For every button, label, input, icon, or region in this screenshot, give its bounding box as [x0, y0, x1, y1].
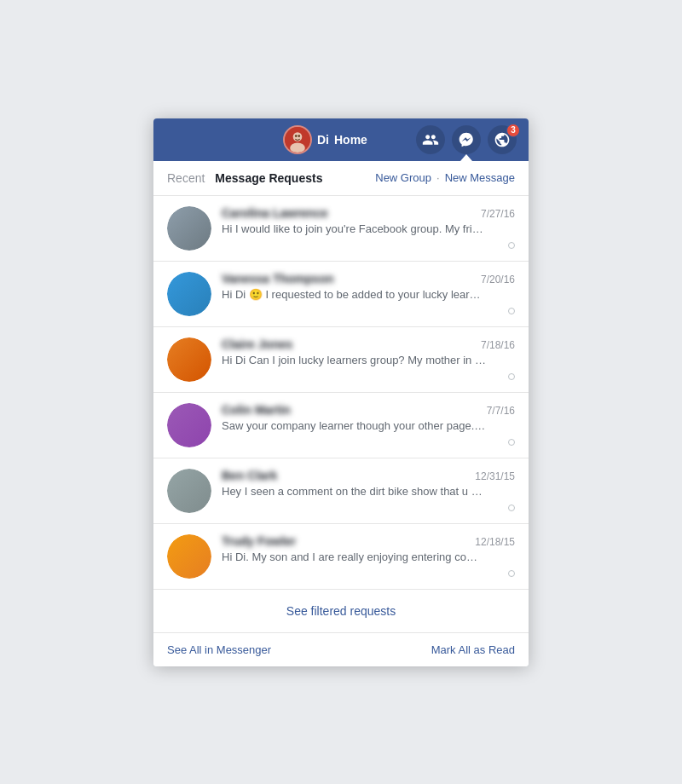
user-name-label: Di	[317, 133, 329, 147]
message-sender: Claire Jones	[222, 337, 292, 351]
message-avatar	[167, 337, 211, 382]
message-preview: Hi I would like to join you're Facebook …	[222, 222, 486, 235]
panel-header: Recent Message Requests New Group · New …	[153, 161, 529, 196]
user-avatar[interactable]	[283, 125, 312, 154]
svg-point-3	[295, 135, 298, 137]
message-sender: Colin Martin	[222, 403, 291, 417]
messenger-panel: Di Home 3 Recent Message Requests	[153, 118, 529, 666]
dropdown-caret	[460, 154, 472, 161]
message-sender: Vanessa Thompson	[222, 272, 333, 285]
recent-tab[interactable]: Recent	[167, 171, 205, 185]
messenger-icon-button[interactable]	[452, 125, 481, 154]
message-sender: Trudy Fowler	[222, 534, 296, 548]
message-item[interactable]: Vanessa Thompson 7/20/16 Hi Di 🙂 I reque…	[153, 262, 529, 327]
message-requests-tab[interactable]: Message Requests	[215, 171, 322, 185]
message-avatar	[167, 534, 211, 579]
svg-point-2	[290, 142, 305, 153]
message-item[interactable]: Ben Clark 12/31/15 Hey I seen a comment …	[153, 458, 529, 524]
message-content: Ben Clark 12/31/15 Hey I seen a comment …	[222, 469, 515, 498]
facebook-navbar: Di Home 3	[153, 118, 529, 161]
message-sender: Carolina Lawrence	[222, 206, 328, 220]
message-status-dot	[508, 570, 515, 577]
message-status-dot	[508, 308, 515, 314]
panel-footer: See All in Messenger Mark All as Read	[153, 633, 529, 666]
message-date: 12/18/15	[475, 536, 515, 548]
message-content: Vanessa Thompson 7/20/16 Hi Di 🙂 I reque…	[222, 272, 515, 301]
message-top-row: Claire Jones 7/18/16	[222, 337, 515, 351]
notifications-icon-button[interactable]: 3	[488, 125, 517, 154]
message-item[interactable]: Claire Jones 7/18/16 Hi Di Can I join lu…	[153, 327, 529, 393]
svg-point-4	[298, 135, 300, 137]
message-preview: Saw your company learner though your oth…	[222, 419, 486, 432]
friends-icon-button[interactable]	[416, 125, 445, 154]
notification-badge: 3	[506, 124, 520, 137]
message-content: Claire Jones 7/18/16 Hi Di Can I join lu…	[222, 337, 515, 366]
message-content: Carolina Lawrence 7/27/16 Hi I would lik…	[222, 206, 515, 235]
new-message-link[interactable]: New Message	[445, 171, 515, 184]
see-all-in-messenger-link[interactable]: See All in Messenger	[167, 643, 271, 656]
message-content: Colin Martin 7/7/16 Saw your company lea…	[222, 403, 515, 432]
message-list: Carolina Lawrence 7/27/16 Hi I would lik…	[153, 196, 529, 590]
action-separator: ·	[436, 171, 440, 184]
message-avatar	[167, 206, 211, 251]
message-top-row: Ben Clark 12/31/15	[222, 469, 515, 482]
filtered-requests-section: See filtered requests	[153, 590, 529, 633]
panel-actions: New Group · New Message	[375, 171, 515, 184]
message-top-row: Trudy Fowler 12/18/15	[222, 534, 515, 548]
message-date: 7/7/16	[487, 405, 515, 417]
message-preview: Hi Di. My son and I are really enjoying …	[222, 551, 486, 563]
message-date: 7/27/16	[481, 208, 515, 220]
message-item[interactable]: Trudy Fowler 12/18/15 Hi Di. My son and …	[153, 524, 529, 590]
message-sender: Ben Clark	[222, 469, 277, 482]
message-date: 7/18/16	[481, 339, 515, 351]
message-preview: Hi Di 🙂 I requested to be added to your …	[222, 288, 486, 301]
message-content: Trudy Fowler 12/18/15 Hi Di. My son and …	[222, 534, 515, 563]
message-status-dot	[508, 373, 515, 380]
message-date: 7/20/16	[481, 274, 515, 285]
user-info: Di Home	[164, 125, 378, 154]
message-top-row: Colin Martin 7/7/16	[222, 403, 515, 417]
message-avatar	[167, 272, 211, 316]
message-top-row: Vanessa Thompson 7/20/16	[222, 272, 515, 285]
filtered-requests-link[interactable]: See filtered requests	[286, 604, 396, 618]
message-status-dot	[508, 242, 515, 249]
message-top-row: Carolina Lawrence 7/27/16	[222, 206, 515, 220]
message-item[interactable]: Carolina Lawrence 7/27/16 Hi I would lik…	[153, 196, 529, 262]
message-avatar	[167, 469, 211, 513]
message-status-dot	[508, 504, 515, 511]
message-date: 12/31/15	[475, 470, 515, 482]
message-status-dot	[508, 439, 515, 446]
new-group-link[interactable]: New Group	[375, 171, 431, 184]
home-link[interactable]: Home	[334, 133, 367, 147]
mark-all-as-read-link[interactable]: Mark All as Read	[431, 643, 515, 656]
message-avatar	[167, 403, 211, 447]
message-preview: Hey I seen a comment on the dirt bike sh…	[222, 485, 486, 498]
message-preview: Hi Di Can I join lucky learners group? M…	[222, 354, 486, 366]
message-item[interactable]: Colin Martin 7/7/16 Saw your company lea…	[153, 393, 529, 458]
